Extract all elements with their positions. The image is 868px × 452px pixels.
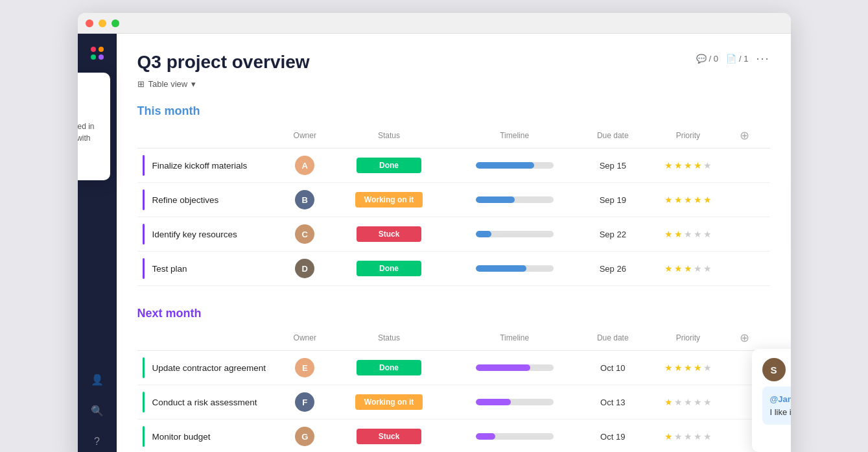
next-month-table: Owner Status Timeline Due date Priority … xyxy=(137,328,770,452)
row-indicator xyxy=(143,224,145,244)
comment-mention: @Jane xyxy=(770,394,791,404)
browser-titlebar xyxy=(78,13,791,34)
star-empty: ★ xyxy=(694,397,702,407)
star-filled: ★ xyxy=(694,160,702,171)
col-task-name xyxy=(137,126,280,149)
priority-stars: ★★★★★ xyxy=(650,431,726,442)
col-add-this[interactable]: ⊕ xyxy=(732,126,770,149)
owner-avatar: C xyxy=(295,224,314,244)
col-priority-next: Priority xyxy=(644,328,731,351)
comment-user: S Steve 2 min ago xyxy=(762,358,791,381)
sidebar-search-icon[interactable]: 🔍 xyxy=(86,399,109,422)
star-empty: ★ xyxy=(694,431,702,442)
star-filled: ★ xyxy=(664,431,673,442)
view-label: Table view xyxy=(148,79,188,89)
table-row[interactable]: Identify key resources C Stuck Sep 22 ★★… xyxy=(137,217,770,252)
star-filled: ★ xyxy=(674,229,683,239)
star-filled: ★ xyxy=(694,363,702,373)
task-name-cell: Update contractor agreement xyxy=(137,351,280,385)
view-selector[interactable]: ⊞ Table view ▾ xyxy=(137,79,770,89)
due-date: Sep 19 xyxy=(600,195,626,205)
logo-dot-red xyxy=(91,47,96,52)
row-indicator xyxy=(143,189,145,210)
task-name: Finalize kickoff materials xyxy=(152,161,248,171)
star-empty: ★ xyxy=(674,397,683,407)
col-add-next[interactable]: ⊕ xyxy=(732,328,770,351)
table-row[interactable]: Refine objectives B Working on it Sep 19… xyxy=(137,183,770,217)
page-header: Q3 project overview 💬 / 0 📄 / 1 ··· xyxy=(137,52,770,73)
table-icon: ⊞ xyxy=(137,79,145,89)
table-row[interactable]: Update contractor agreement E Done Oct 1… xyxy=(137,351,770,385)
star-filled: ★ xyxy=(703,195,712,205)
row-indicator xyxy=(143,426,145,447)
timeline-bar xyxy=(476,162,554,169)
col-timeline-this: Timeline xyxy=(448,126,581,149)
comment-icon: 💬 xyxy=(696,54,707,64)
minimize-dot[interactable] xyxy=(99,19,106,27)
table-row[interactable]: Finalize kickoff materials A Done Sep 15… xyxy=(137,149,770,183)
logo-dot-orange xyxy=(99,47,104,52)
star-empty: ★ xyxy=(674,431,683,442)
sidebar-help-icon[interactable]: ? xyxy=(86,430,109,452)
star-filled: ★ xyxy=(684,263,692,274)
status-badge: Stuck xyxy=(357,429,421,444)
star-empty: ★ xyxy=(694,263,702,274)
priority-stars: ★★★★★ xyxy=(650,397,726,407)
col-owner-this: Owner xyxy=(280,126,331,149)
gmail-logo xyxy=(78,86,100,114)
comments-count: / 0 xyxy=(709,54,718,64)
this-month-title: This month xyxy=(137,104,770,118)
task-name: Update contractor agreement xyxy=(152,363,266,373)
timeline-fill xyxy=(476,231,491,237)
star-empty: ★ xyxy=(703,160,712,171)
comment-card: S Steve 2 min ago ⋮ @Jane it looks amazi… xyxy=(752,349,791,452)
comment-footer: Comment xyxy=(762,431,791,443)
timeline-bar xyxy=(476,433,554,440)
close-dot[interactable] xyxy=(86,19,93,27)
page-title: Q3 project overview xyxy=(137,52,310,73)
doc-icon: 📄 xyxy=(726,54,736,64)
task-name-cell: Monitor budget xyxy=(137,420,280,452)
add-column-this-button[interactable]: ⊕ xyxy=(737,126,752,145)
chevron-down-icon: ▾ xyxy=(191,79,196,89)
col-duedate-this: Due date xyxy=(581,126,644,149)
star-empty: ★ xyxy=(684,431,692,442)
more-button[interactable]: ··· xyxy=(756,52,769,65)
table-row[interactable]: Conduct a risk assessment F Working on i… xyxy=(137,385,770,420)
sidebar-person-icon[interactable]: 👤 xyxy=(86,368,109,391)
task-name-cell: Test plan xyxy=(137,252,280,285)
col-task-name-next xyxy=(137,328,280,351)
add-column-next-button[interactable]: ⊕ xyxy=(737,329,752,347)
star-empty: ★ xyxy=(703,363,712,373)
gmail-card: When an update is posted in weekly tasks… xyxy=(78,73,110,180)
timeline-bar xyxy=(476,196,554,203)
timeline-bar xyxy=(476,265,554,272)
col-status-this: Status xyxy=(330,126,448,149)
next-month-section: Next month Owner Status Timeline Due dat… xyxy=(137,307,770,452)
status-badge: Done xyxy=(357,158,421,173)
status-badge: Stuck xyxy=(357,226,421,242)
docs-button[interactable]: 📄 / 1 xyxy=(726,54,748,64)
task-name: Identify key resources xyxy=(152,230,237,239)
timeline-fill xyxy=(476,196,515,203)
star-filled: ★ xyxy=(684,160,692,171)
star-empty: ★ xyxy=(703,263,712,274)
row-indicator xyxy=(143,258,145,279)
maximize-dot[interactable] xyxy=(111,19,119,27)
timeline-bar xyxy=(476,231,554,237)
timeline-fill xyxy=(476,433,495,440)
comments-button[interactable]: 💬 / 0 xyxy=(696,54,718,64)
task-name: Refine objectives xyxy=(152,195,219,205)
owner-avatar: G xyxy=(295,427,314,446)
star-empty: ★ xyxy=(703,397,712,407)
task-name-cell: Finalize kickoff materials xyxy=(137,149,280,182)
col-priority-this: Priority xyxy=(644,126,731,149)
table-row[interactable]: Monitor budget G Stuck Oct 19 ★★★★★ xyxy=(137,420,770,453)
timeline-bar xyxy=(476,399,554,405)
gmail-add-board-button[interactable]: + Add to board xyxy=(78,162,100,171)
owner-avatar: A xyxy=(295,156,314,175)
star-filled: ★ xyxy=(664,397,673,407)
star-empty: ★ xyxy=(684,229,692,239)
table-row[interactable]: Test plan D Done Sep 26 ★★★★★ xyxy=(137,252,770,286)
col-owner-next: Owner xyxy=(280,328,331,351)
